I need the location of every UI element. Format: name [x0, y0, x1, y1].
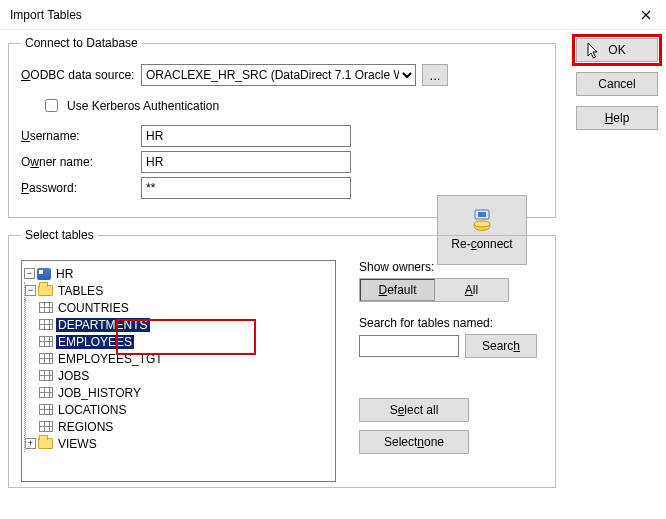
folder-icon — [38, 438, 53, 449]
plus-icon[interactable]: + — [25, 438, 36, 449]
show-owners-default[interactable]: Default — [360, 279, 435, 301]
tree-root[interactable]: − HR — [24, 265, 333, 282]
table-icon — [39, 404, 53, 415]
tree-table-item[interactable]: COUNTRIES — [26, 299, 333, 316]
close-icon — [641, 10, 651, 20]
tree-table-item[interactable]: DEPARTMENTS — [26, 316, 333, 333]
minus-icon[interactable]: − — [25, 285, 36, 296]
connect-legend: Connect to Database — [21, 36, 142, 50]
tree-folder-tables[interactable]: − TABLES — [25, 282, 333, 299]
username-input[interactable] — [141, 125, 351, 147]
odbc-label: OODBC data source: — [21, 68, 141, 82]
svg-point-3 — [474, 221, 490, 227]
show-owners-toggle: Default All — [359, 278, 509, 302]
titlebar: Import Tables — [0, 0, 666, 30]
search-label: Search for tables named: — [359, 316, 541, 330]
search-button[interactable]: Search — [465, 334, 537, 358]
select-none-button[interactable]: Select none — [359, 430, 469, 454]
cancel-button[interactable]: Cancel — [576, 72, 658, 96]
help-button[interactable]: Help — [576, 106, 658, 130]
odbc-combo[interactable]: ORACLEXE_HR_SRC (DataDirect 7.1 Oracle W… — [141, 64, 416, 86]
svg-rect-1 — [478, 212, 486, 217]
tree-table-item[interactable]: EMPLOYEES_TGT — [26, 350, 333, 367]
minus-icon[interactable]: − — [24, 268, 35, 279]
username-label: Username: — [21, 129, 141, 143]
tree-table-label: JOBS — [56, 369, 91, 383]
tree-table-label: DEPARTMENTS — [56, 318, 150, 332]
cursor-icon — [587, 42, 601, 60]
table-icon — [39, 421, 53, 432]
kerberos-label: Use Kerberos Authentication — [67, 99, 219, 113]
search-input[interactable] — [359, 335, 459, 357]
tree-table-label: REGIONS — [56, 420, 115, 434]
table-icon — [39, 387, 53, 398]
password-label: Password: — [21, 181, 141, 195]
table-icon — [39, 353, 53, 364]
tree-table-label: EMPLOYEES — [56, 335, 134, 349]
folder-icon — [38, 285, 53, 296]
database-icon — [37, 268, 51, 280]
ok-button[interactable]: OK — [576, 38, 658, 62]
connect-fieldset: Connect to Database OODBC data source: O… — [8, 36, 556, 218]
tree-table-item[interactable]: JOB_HISTORY — [26, 384, 333, 401]
tree-table-item[interactable]: EMPLOYEES — [26, 333, 333, 350]
tree-table-label: COUNTRIES — [56, 301, 131, 315]
tree-table-label: LOCATIONS — [56, 403, 128, 417]
tree-folder-views[interactable]: + VIEWS — [25, 435, 333, 452]
tree-table-item[interactable]: JOBS — [26, 367, 333, 384]
owner-input[interactable] — [141, 151, 351, 173]
select-all-button[interactable]: Select all — [359, 398, 469, 422]
dialog-title: Import Tables — [10, 8, 82, 22]
kerberos-checkbox[interactable] — [45, 99, 58, 112]
tree-table-item[interactable]: LOCATIONS — [26, 401, 333, 418]
tree-table-item[interactable]: REGIONS — [26, 418, 333, 435]
select-tables-fieldset: Select tables − HR − — [8, 228, 556, 488]
owner-label: Owner name: — [21, 155, 141, 169]
tree-panel[interactable]: − HR − TABLES COUNTRIES — [21, 260, 336, 482]
odbc-browse-button[interactable]: ... — [422, 64, 448, 86]
show-owners-all[interactable]: All — [435, 279, 508, 301]
tree-table-label: EMPLOYEES_TGT — [56, 352, 165, 366]
table-icon — [39, 336, 53, 347]
close-button[interactable] — [626, 0, 666, 30]
table-icon — [39, 370, 53, 381]
tree-table-label: JOB_HISTORY — [56, 386, 143, 400]
select-legend: Select tables — [21, 228, 98, 242]
password-input[interactable] — [141, 177, 351, 199]
table-icon — [39, 302, 53, 313]
table-icon — [39, 319, 53, 330]
show-owners-label: Show owners: — [359, 260, 541, 274]
